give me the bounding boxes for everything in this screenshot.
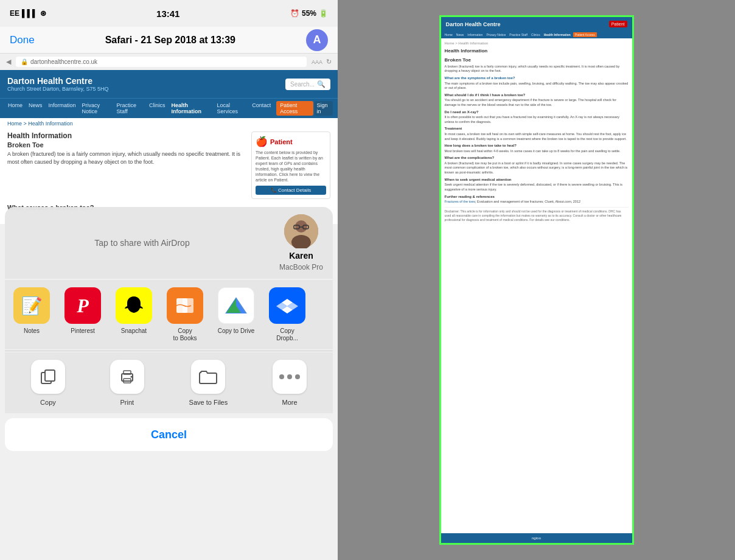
books-label: Copyto Books (173, 327, 197, 342)
battery-percent: 55% (302, 9, 316, 18)
action-print[interactable]: Print (110, 360, 144, 406)
website-title: Darton Health Centre (7, 76, 108, 86)
article-title: Broken Toe (7, 141, 246, 149)
nav-staff[interactable]: Practice Staff (114, 101, 147, 116)
copy-icon (31, 360, 65, 394)
article-body: A broken (fractured) toe is a fairly com… (7, 150, 246, 166)
nav-news[interactable]: News (26, 101, 46, 116)
svg-rect-16 (45, 370, 55, 381)
more-label: More (282, 399, 298, 406)
content-area: Health Information Broken Toe A broken (… (0, 129, 338, 201)
sign-in-button[interactable]: Sign in (315, 101, 333, 116)
browser-content: ◀ 🔒 dartonhealthcentre.co.uk AAA ↻ Darto… (0, 54, 338, 224)
action-copy[interactable]: Copy (31, 360, 65, 406)
copy-label: Copy (40, 399, 56, 406)
preview-footer-text: ngtoo (532, 536, 541, 540)
share-app-drive[interactable]: Copy to Drive (214, 287, 258, 335)
search-icon: 🔍 (317, 80, 326, 88)
snapchat-icon (116, 287, 152, 324)
alarm-icon: ⏰ (290, 9, 299, 18)
notes-icon: 📝 (13, 287, 50, 324)
airdrop-avatar[interactable] (284, 214, 318, 248)
airdrop-prompt: Tap to share with AirDrop (15, 238, 270, 248)
share-apps-row: 📝 Notes P Pinterest (5, 280, 333, 349)
snapchat-label: Snapchat (121, 327, 147, 335)
print-label: Print (120, 399, 134, 406)
share-app-books[interactable]: Copyto Books (163, 287, 207, 342)
breadcrumb: Home > Health Information (0, 118, 338, 129)
right-panel: Darton Health Centre Patient Home News I… (338, 0, 735, 560)
nav-privacy[interactable]: Privacy Notice (79, 101, 114, 116)
action-save-files[interactable]: Save to Files (189, 360, 228, 406)
address-bar[interactable]: 🔒 (21, 58, 28, 65)
phone-panel: EE ▌▌▌ ⊛ 13:41 ⏰ 55% 🔋 Done Safari - 21 … (0, 0, 338, 560)
preview-article: Broken Toe (445, 57, 629, 63)
airdrop-name: Karen (289, 251, 313, 261)
avatar: A (306, 29, 328, 51)
svg-point-20 (130, 376, 132, 378)
drive-label: Copy to Drive (218, 327, 255, 335)
website-header: Darton Health Centre Church Street Darto… (0, 70, 338, 98)
more-icon (273, 360, 307, 394)
nav-bar: Done Safari - 21 Sep 2018 at 13:39 A (0, 27, 338, 54)
done-button[interactable]: Done (10, 34, 35, 46)
nav-information[interactable]: Information (46, 101, 79, 116)
battery-icon: 🔋 (319, 9, 328, 18)
dropbox-label: CopyDropb... (276, 327, 298, 342)
pinterest-label: Pinterest (71, 327, 94, 335)
preview-patient-btn: Patient (609, 21, 627, 27)
dropbox-icon (269, 287, 305, 324)
search-bar[interactable]: Search... 🔍 (285, 79, 330, 90)
nav-title: Safari - 21 Sep 2018 at 13:39 (105, 35, 235, 46)
airdrop-section: Tap to share with AirDrop Karen Mac (5, 207, 333, 279)
nav-contact[interactable]: Contact (249, 101, 274, 116)
patient-label: Patient (270, 138, 293, 145)
share-app-notes[interactable]: 📝 Notes (10, 287, 54, 335)
section-title: Health Information (7, 131, 246, 140)
save-files-label: Save to Files (189, 399, 228, 406)
status-bar: EE ▌▌▌ ⊛ 13:41 ⏰ 55% 🔋 (0, 0, 338, 27)
cancel-button[interactable]: Cancel (5, 418, 333, 451)
pinterest-icon: P (64, 287, 101, 324)
action-row: Copy Print (5, 352, 333, 413)
nav-home[interactable]: Home (5, 101, 26, 116)
cancel-label: Cancel (151, 429, 187, 441)
patient-widget: 🍎 Patient The content below is provided … (251, 131, 330, 199)
nav-health[interactable]: Health Information (169, 101, 214, 116)
notes-label: Notes (24, 327, 40, 335)
apple-icon: 🍎 (256, 136, 268, 147)
status-right: ⏰ 55% 🔋 (290, 9, 328, 18)
airdrop-device: MacBook Pro (279, 263, 323, 271)
website-nav: Home News Information Privacy Notice Pra… (0, 98, 338, 118)
time-display: 13:41 (156, 9, 179, 19)
print-icon (110, 360, 144, 394)
nav-clinics[interactable]: Clinics (146, 101, 169, 116)
patient-access-button[interactable]: Patient Access (276, 101, 313, 116)
folder-icon (191, 360, 225, 394)
share-app-snapchat[interactable]: Snapchat (112, 287, 156, 335)
wifi-icon: ⊛ (40, 9, 46, 18)
svg-point-1 (295, 220, 307, 233)
preview-footer: ngtoo (441, 533, 632, 543)
website-subtitle: Church Street Darton, Barnsley, S75 5HQ (7, 86, 108, 92)
action-more[interactable]: More (273, 360, 307, 406)
preview-section: Health Information (445, 47, 629, 54)
webpage-preview: Darton Health Centre Patient Home News I… (439, 15, 634, 545)
patient-description: The content below is provided by Patient… (256, 150, 326, 183)
preview-content: Home > Health Information Health Informa… (441, 38, 632, 533)
share-app-dropbox[interactable]: CopyDropb... (265, 287, 309, 342)
share-sheet: Tap to share with AirDrop Karen Mac (0, 207, 338, 560)
preview-site-title: Darton Health Centre (446, 21, 501, 27)
drive-icon (218, 287, 254, 324)
books-icon (167, 287, 203, 324)
nav-local[interactable]: Local Services (214, 101, 249, 116)
preview-header: Darton Health Centre Patient (441, 17, 632, 31)
preview-body-text: A broken (fractured) toe is a fairly com… (445, 65, 629, 74)
signal-icon: ▌▌▌ (22, 9, 38, 18)
carrier-label: EE (10, 9, 19, 18)
status-left: EE ▌▌▌ ⊛ (10, 9, 46, 18)
contact-button[interactable]: 📞 Contact Details (256, 186, 326, 195)
share-app-pinterest[interactable]: P Pinterest (61, 287, 105, 335)
